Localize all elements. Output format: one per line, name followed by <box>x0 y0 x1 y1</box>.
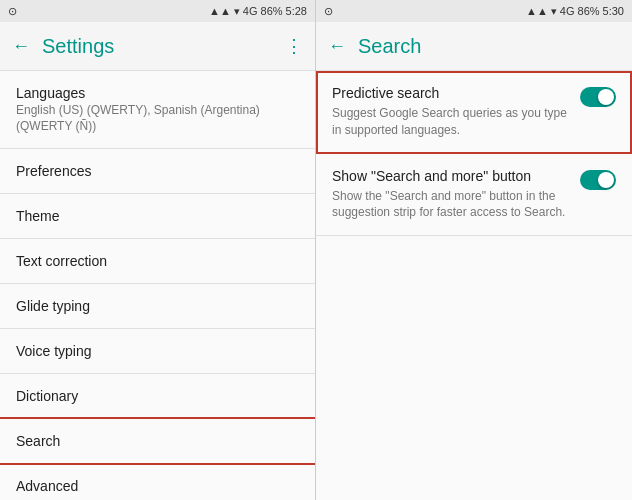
right-panel: ⊙ ▲▲ ▾ 4G 86% 5:30 ← Search Predictive s… <box>316 0 632 500</box>
left-status-bar: ⊙ ▲▲ ▾ 4G 86% 5:28 <box>0 0 315 22</box>
sidebar-item-label-preferences: Preferences <box>16 163 299 179</box>
right-wifi-icon: ▾ <box>551 5 557 18</box>
sidebar-item-voice-typing[interactable]: Voice typing <box>0 329 315 373</box>
right-battery-text: 86% <box>578 5 600 17</box>
setting-desc-show-search-button: Show the "Search and more" button in the… <box>332 188 568 222</box>
right-network-icon: ▲▲ <box>526 5 548 17</box>
toggle-predictive-search[interactable] <box>580 87 616 107</box>
sidebar-item-label-dictionary: Dictionary <box>16 388 299 404</box>
sidebar-item-label-languages: Languages <box>16 85 299 101</box>
setting-content-predictive-search: Predictive searchSuggest Google Search q… <box>332 85 580 139</box>
sidebar-item-advanced[interactable]: Advanced <box>0 464 315 500</box>
right-status-bar: ⊙ ▲▲ ▾ 4G 86% 5:30 <box>316 0 632 22</box>
sidebar-item-label-search: Search <box>16 433 299 449</box>
right-status-left: ⊙ <box>324 5 333 18</box>
toggle-show-search-button[interactable] <box>580 170 616 190</box>
sidebar-item-label-advanced: Advanced <box>16 478 299 494</box>
sidebar-item-label-voice-typing: Voice typing <box>16 343 299 359</box>
left-toolbar: ← Settings ⋮ <box>0 22 315 70</box>
right-signal-icon: 4G <box>560 5 575 17</box>
right-settings-list: Predictive searchSuggest Google Search q… <box>316 71 632 236</box>
setting-item-predictive-search[interactable]: Predictive searchSuggest Google Search q… <box>316 71 632 154</box>
setting-title-show-search-button: Show "Search and more" button <box>332 168 568 184</box>
right-whatsapp-icon: ⊙ <box>324 5 333 18</box>
left-menu-list: LanguagesEnglish (US) (QWERTY), Spanish … <box>0 71 315 500</box>
sidebar-item-glide-typing[interactable]: Glide typing <box>0 284 315 328</box>
right-toolbar: ← Search <box>316 22 632 70</box>
sidebar-item-dictionary[interactable]: Dictionary <box>0 374 315 418</box>
sidebar-item-label-text-correction: Text correction <box>16 253 299 269</box>
left-status-right: ▲▲ ▾ 4G 86% 5:28 <box>209 5 307 18</box>
left-page-title: Settings <box>42 35 273 58</box>
left-wifi-icon: ▾ <box>234 5 240 18</box>
right-back-button[interactable]: ← <box>328 36 346 57</box>
setting-content-show-search-button: Show "Search and more" buttonShow the "S… <box>332 168 580 222</box>
left-battery-text: 86% <box>261 5 283 17</box>
left-status-left: ⊙ <box>8 5 17 18</box>
right-time: 5:30 <box>603 5 624 17</box>
left-back-button[interactable]: ← <box>12 36 30 57</box>
whatsapp-icon: ⊙ <box>8 5 17 18</box>
setting-title-predictive-search: Predictive search <box>332 85 568 101</box>
setting-desc-predictive-search: Suggest Google Search queries as you typ… <box>332 105 568 139</box>
sidebar-item-label-theme: Theme <box>16 208 299 224</box>
left-time: 5:28 <box>286 5 307 17</box>
right-status-right: ▲▲ ▾ 4G 86% 5:30 <box>526 5 624 18</box>
sidebar-item-preferences[interactable]: Preferences <box>0 149 315 193</box>
left-signal-icon: 4G <box>243 5 258 17</box>
sidebar-item-theme[interactable]: Theme <box>0 194 315 238</box>
right-page-title: Search <box>358 35 620 58</box>
left-network-icon: ▲▲ <box>209 5 231 17</box>
sidebar-item-label-glide-typing: Glide typing <box>16 298 299 314</box>
sidebar-item-text-correction[interactable]: Text correction <box>0 239 315 283</box>
setting-item-show-search-button[interactable]: Show "Search and more" buttonShow the "S… <box>316 154 632 237</box>
sidebar-item-languages[interactable]: LanguagesEnglish (US) (QWERTY), Spanish … <box>0 71 315 148</box>
sidebar-item-subtitle-languages: English (US) (QWERTY), Spanish (Argentin… <box>16 103 299 134</box>
sidebar-item-search[interactable]: Search <box>0 419 315 463</box>
left-panel: ⊙ ▲▲ ▾ 4G 86% 5:28 ← Settings ⋮ Language… <box>0 0 316 500</box>
left-more-button[interactable]: ⋮ <box>285 35 303 57</box>
